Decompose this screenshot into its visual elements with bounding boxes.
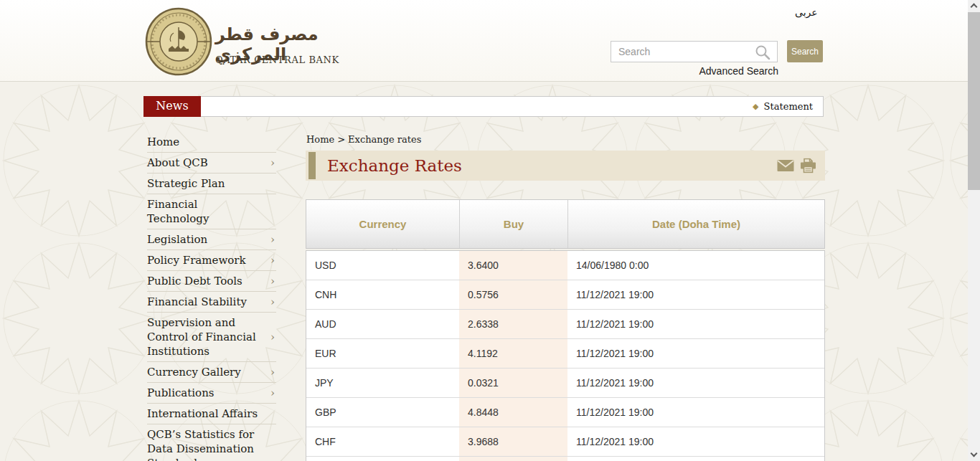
sidebar-item-label: Financial Technology xyxy=(147,197,262,226)
cell-buy: 2.6338 xyxy=(459,310,567,338)
scrollbar-down-button[interactable] xyxy=(968,449,980,461)
cell-date: 11/12/2021 19:00 xyxy=(567,339,824,368)
cell-buy: 4.8448 xyxy=(459,398,567,427)
chevron-right-icon: › xyxy=(270,232,275,247)
scrollbar-up-button[interactable] xyxy=(968,0,980,12)
sidebar-item[interactable]: Currency Gallery › xyxy=(147,362,276,383)
chevron-down-icon xyxy=(971,450,978,457)
news-ticker-item[interactable]: Statement xyxy=(764,101,813,112)
sidebar-item[interactable]: Public Debt Tools › xyxy=(147,271,276,292)
qcb-coin-logo xyxy=(145,7,212,76)
sidebar-item-label: Legislation xyxy=(147,232,207,247)
news-bar: News ◆ Statement xyxy=(143,96,824,117)
search-icon[interactable] xyxy=(755,44,771,60)
cell-currency: EUR xyxy=(306,339,459,368)
scrollbar-thumb[interactable] xyxy=(968,12,980,190)
sidebar-item-label: International Affairs xyxy=(147,407,258,421)
sidebar-item[interactable]: International Affairs › xyxy=(147,404,276,424)
cell-buy: 0.5756 xyxy=(459,280,567,309)
cell-currency: JPY xyxy=(306,369,459,397)
chevron-right-icon: › xyxy=(270,274,275,288)
print-icon[interactable] xyxy=(800,158,816,174)
cell-currency: CNH xyxy=(306,280,459,309)
sidebar-item[interactable]: Financial Technology › xyxy=(147,194,276,229)
page-title: Exchange Rates xyxy=(327,156,462,175)
sidebar-item-label: Currency Gallery xyxy=(147,365,241,379)
table-row: CNH 0.5756 11/12/2021 19:00 xyxy=(306,280,824,310)
chevron-right-icon: › xyxy=(270,330,275,344)
cell-date: 11/12/2021 19:00 xyxy=(567,280,824,309)
search-button[interactable]: Search xyxy=(787,40,823,62)
breadcrumb-separator: > xyxy=(337,134,345,145)
vertical-scrollbar xyxy=(968,0,980,461)
chevron-right-icon: › xyxy=(270,253,275,267)
cell-buy: 3.6400 xyxy=(459,251,567,280)
arabic-language-link[interactable]: عربى xyxy=(795,6,818,18)
cell-date: 11/12/2021 19:00 xyxy=(567,427,824,456)
breadcrumb-current[interactable]: Exchange rates xyxy=(348,134,421,145)
table-row: AUD 2.6338 11/12/2021 19:00 xyxy=(306,310,824,339)
mail-icon[interactable] xyxy=(777,160,794,172)
cell-currency: GBP xyxy=(306,398,459,427)
exchange-rates-table: Currency Buy Date (Doha Time) USD 3.6400… xyxy=(306,199,825,461)
cell-buy: 3.9688 xyxy=(459,427,567,456)
cell-currency: CHF xyxy=(306,427,459,456)
sidebar-item-label: Home xyxy=(147,135,179,149)
sidebar-item-label: Strategic Plan xyxy=(147,176,225,191)
sidebar-item[interactable]: Strategic Plan › xyxy=(147,174,276,194)
sidebar-item-label: Policy Framework xyxy=(147,253,246,267)
cell-date: 14/06/1980 0:00 xyxy=(567,251,824,280)
sidebar-item[interactable]: Home › xyxy=(147,132,276,153)
sidebar-item-label: QCB’s Statistics for Data Dissemination … xyxy=(147,427,262,461)
sidebar-item[interactable]: Publications › xyxy=(147,383,276,404)
column-header-date: Date (Doha Time) xyxy=(568,200,824,248)
cell-buy: 0.0321 xyxy=(459,369,567,397)
cell-date: 11/12/2021 19:00 xyxy=(567,369,824,397)
sidebar-item[interactable]: Financial Stability › xyxy=(147,292,276,313)
sidebar-item[interactable]: Supervision and Control of Financial Ins… xyxy=(147,313,276,362)
sidebar-item-label: Public Debt Tools xyxy=(147,274,242,288)
sidebar-item[interactable]: About QCB › xyxy=(147,153,276,174)
title-accent-bar xyxy=(308,152,316,179)
site-header: مصرف قطر المركزي QATAR CENTRAL BANK عربى… xyxy=(0,0,968,82)
sidebar-menu: Home › About QCB › Strategic Plan › Fina… xyxy=(147,132,276,461)
table-row-partial xyxy=(306,457,825,461)
sidebar-item[interactable]: QCB’s Statistics for Data Dissemination … xyxy=(147,424,276,461)
breadcrumb-home-link[interactable]: Home xyxy=(306,134,334,145)
table-row: GBP 4.8448 11/12/2021 19:00 xyxy=(306,398,824,427)
news-tab[interactable]: News xyxy=(143,96,201,117)
diamond-bullet-icon: ◆ xyxy=(753,102,758,111)
cell-currency: AUD xyxy=(306,310,459,338)
qcb-exchange-rates-page: مصرف قطر المركزي QATAR CENTRAL BANK عربى… xyxy=(0,0,980,461)
sidebar-item-label: Financial Stability xyxy=(147,295,247,309)
cell-buy: 4.1192 xyxy=(459,339,567,368)
search-input[interactable] xyxy=(611,41,778,62)
qcb-logo-caption: QATAR CENTRAL BANK xyxy=(215,54,339,65)
news-ticker: ◆ Statement xyxy=(201,96,824,117)
breadcrumb: Home>Exchange rates xyxy=(306,134,421,145)
column-header-buy: Buy xyxy=(460,200,568,248)
cell-currency: USD xyxy=(306,251,459,280)
chevron-right-icon: › xyxy=(270,156,275,170)
cell-date: 11/12/2021 19:00 xyxy=(567,310,824,338)
table-row: USD 3.6400 14/06/1980 0:00 xyxy=(306,251,824,280)
cell-date: 11/12/2021 19:00 xyxy=(567,398,824,427)
chevron-right-icon: › xyxy=(270,386,275,400)
table-row: EUR 4.1192 11/12/2021 19:00 xyxy=(306,339,824,369)
sidebar-item-label: About QCB xyxy=(147,156,208,170)
page-action-icons xyxy=(777,158,816,174)
advanced-search-link[interactable]: Advanced Search xyxy=(674,65,778,77)
chevron-right-icon: › xyxy=(270,365,275,379)
sidebar-item-label: Publications xyxy=(147,386,215,400)
column-header-currency: Currency xyxy=(306,200,460,248)
partial-buy-cell xyxy=(459,457,567,461)
rates-table-body: USD 3.6400 14/06/1980 0:00 CNH 0.5756 11… xyxy=(306,250,825,457)
table-row: CHF 3.9688 11/12/2021 19:00 xyxy=(306,427,824,457)
page-title-bar: Exchange Rates xyxy=(306,151,825,181)
chevron-right-icon: › xyxy=(270,295,275,309)
sidebar-item[interactable]: Legislation › xyxy=(147,229,276,250)
sidebar-item-label: Supervision and Control of Financial Ins… xyxy=(147,315,262,358)
chevron-up-icon xyxy=(971,4,978,11)
table-header-row: Currency Buy Date (Doha Time) xyxy=(306,199,825,249)
sidebar-item[interactable]: Policy Framework › xyxy=(147,250,276,271)
